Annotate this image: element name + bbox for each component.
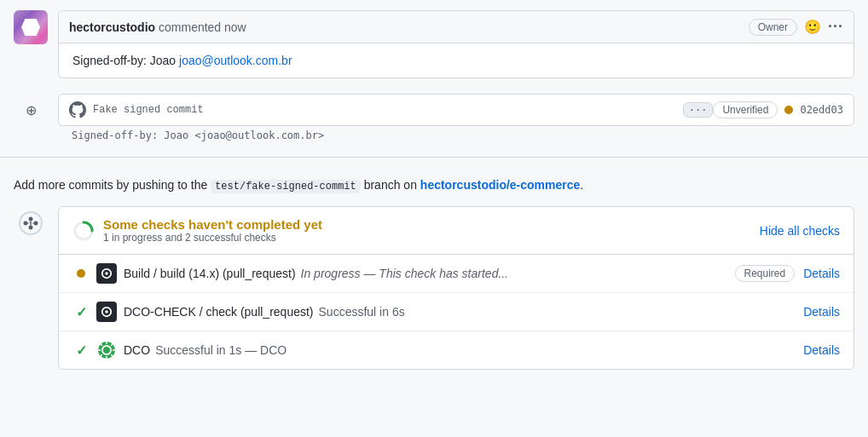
push-suffix: . <box>580 178 583 192</box>
email-link[interactable]: joao@outlook.com.br <box>179 54 292 67</box>
check-status-in-progress <box>72 269 90 278</box>
check-app-icon-dco-check <box>96 302 117 322</box>
checks-box: Some checks haven't completed yet 1 in p… <box>58 206 854 370</box>
comment-header-right: Owner 🙂 ··· <box>749 18 843 36</box>
commit-inner-row: Fake signed commit ··· Unverified 02edd0… <box>58 94 854 126</box>
owner-badge: Owner <box>749 19 797 36</box>
check-item-right-dco-check: Details <box>803 305 840 319</box>
checks-container: Some checks haven't completed yet 1 in p… <box>0 206 868 383</box>
required-badge: Required <box>735 265 796 282</box>
comment-header: hectorcustodio commented now Owner 🙂 ··· <box>59 11 854 43</box>
github-icon <box>69 101 86 118</box>
check-item-dco: ✓ DC <box>59 331 854 369</box>
details-link-dco-check[interactable]: Details <box>803 305 840 319</box>
details-link-dco[interactable]: Details <box>803 343 840 357</box>
comment-author-area: hectorcustodio commented now <box>69 20 246 34</box>
commit-icon-area: ⊕ <box>14 102 48 118</box>
build-app-icon <box>101 267 113 279</box>
svg-point-4 <box>29 226 33 230</box>
check-name-dco-check: DCO-CHECK / check (pull_request) <box>124 305 314 319</box>
check-name-dco: DCO <box>124 343 150 357</box>
dco-icon <box>97 341 116 359</box>
check-desc-dco-check: Successful in 6s <box>319 305 405 319</box>
avatar <box>14 10 48 44</box>
svg-point-2 <box>29 217 33 221</box>
comment-author: hectorcustodio <box>69 20 155 34</box>
check-app-icon-build <box>96 263 117 284</box>
comment-body: Signed-off-by: Joao joao@outlook.com.br <box>59 43 854 78</box>
sidebar-graph-icon-area <box>14 206 48 240</box>
avatar-inner <box>21 19 40 36</box>
push-text-section: Add more commits by pushing to the test/… <box>0 164 868 206</box>
progress-ring-icon <box>72 220 95 242</box>
branch-name: test/fake-signed-commit <box>211 180 361 193</box>
emoji-button[interactable]: 🙂 <box>804 19 821 35</box>
checks-subtitle: 1 in progress and 2 successful checks <box>103 232 322 244</box>
checks-header: Some checks haven't completed yet 1 in p… <box>59 207 854 255</box>
commit-row: ⊕ Fake signed commit ··· Unverified 02ed… <box>0 89 868 126</box>
dco-check-app-icon <box>101 306 113 318</box>
hide-all-checks-link[interactable]: Hide all checks <box>760 224 840 238</box>
commit-tag[interactable]: ··· <box>683 102 714 118</box>
push-prefix: Add more commits by pushing to the <box>14 178 207 192</box>
check-status-success-2: ✓ <box>72 342 90 359</box>
page-container: hectorcustodio commented now Owner 🙂 ···… <box>0 0 868 383</box>
check-app-icon-dco <box>96 340 117 360</box>
commit-hash-dot <box>784 106 793 114</box>
check-item-right-build: Required Details <box>735 265 841 282</box>
push-middle: branch on <box>364 178 420 192</box>
unverified-badge: Unverified <box>713 101 778 118</box>
svg-point-3 <box>34 221 38 226</box>
commit-subtext: Signed-off-by: Joao <joao@outlook.com.br… <box>58 126 868 150</box>
commit-hash: 02edd03 <box>800 104 843 116</box>
checks-title: Some checks haven't completed yet <box>103 217 322 232</box>
svg-point-1 <box>24 221 28 226</box>
commit-right: Unverified 02edd03 <box>713 101 843 118</box>
repo-link[interactable]: hectorcustodio/e-commerce <box>420 178 581 192</box>
checks-header-left: Some checks haven't completed yet 1 in p… <box>72 217 322 244</box>
green-tick-icon-2: ✓ <box>76 342 87 359</box>
green-tick-icon-1: ✓ <box>76 304 87 320</box>
check-name-build: Build / build (14.x) (pull_request) <box>124 267 296 280</box>
network-graph-icon <box>19 211 43 235</box>
yellow-dot-icon <box>77 269 85 278</box>
divider <box>0 157 868 158</box>
check-desc-build: In progress — This check has started... <box>301 267 509 280</box>
svg-point-12 <box>105 310 108 313</box>
check-status-success-1: ✓ <box>72 304 90 320</box>
details-link-build[interactable]: Details <box>803 267 840 280</box>
more-options-button[interactable]: ··· <box>828 18 843 36</box>
comment-box: hectorcustodio commented now Owner 🙂 ···… <box>58 10 854 78</box>
check-item-dco-check: ✓ DCO-CHECK / check (pull_request) Succe… <box>59 293 854 331</box>
comment-time: commented now <box>159 20 246 34</box>
check-desc-dco: Successful in 1s — DCO <box>155 343 286 357</box>
check-item-build: Build / build (14.x) (pull_request) In p… <box>59 255 854 293</box>
signed-off-prefix: Signed-off-by: Joao <box>72 54 176 67</box>
check-item-right-dco: Details <box>803 343 840 357</box>
commit-graph-icon: ⊕ <box>26 102 37 118</box>
comment-section: hectorcustodio commented now Owner 🙂 ···… <box>0 0 868 89</box>
svg-point-10 <box>105 272 108 275</box>
checks-title-group: Some checks haven't completed yet 1 in p… <box>103 217 322 244</box>
commit-message: Fake signed commit <box>93 104 678 116</box>
